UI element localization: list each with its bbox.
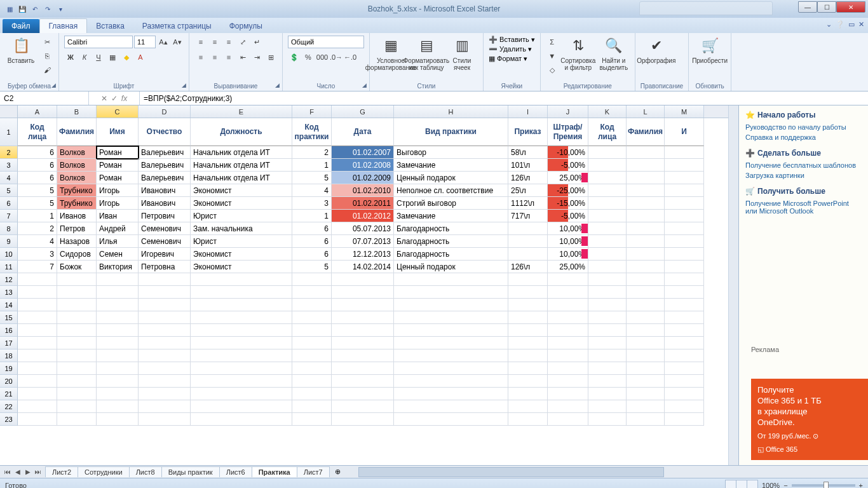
cell[interactable] bbox=[191, 324, 292, 337]
cell[interactable] bbox=[665, 388, 704, 400]
cell[interactable] bbox=[627, 362, 665, 375]
cell[interactable] bbox=[588, 324, 627, 337]
dialog-launcher-icon[interactable]: ◢ bbox=[180, 82, 187, 90]
column-header[interactable]: H bbox=[394, 105, 508, 118]
cell[interactable] bbox=[588, 197, 627, 210]
cell[interactable]: Игорь bbox=[97, 184, 139, 197]
cell[interactable]: Волков bbox=[57, 146, 97, 159]
cell[interactable]: Роман bbox=[97, 172, 139, 184]
cell[interactable] bbox=[588, 146, 627, 159]
dialog-launcher-icon[interactable]: ◢ bbox=[273, 82, 281, 90]
cell[interactable] bbox=[627, 337, 665, 349]
cell[interactable] bbox=[548, 299, 588, 311]
cell[interactable] bbox=[548, 362, 588, 375]
header-cell[interactable]: Должность bbox=[191, 118, 292, 146]
cell[interactable] bbox=[292, 400, 332, 413]
cell[interactable] bbox=[588, 248, 627, 261]
shrink-font-icon[interactable]: A▾ bbox=[171, 36, 184, 48]
align-left-icon[interactable]: ≡ bbox=[194, 51, 207, 64]
cell[interactable]: Строгий выговор bbox=[394, 197, 508, 210]
cell[interactable]: Замечание bbox=[394, 159, 508, 172]
cell[interactable] bbox=[588, 261, 627, 273]
insert-tab[interactable]: Вставка bbox=[87, 19, 133, 33]
cell[interactable] bbox=[191, 337, 292, 349]
header-cell[interactable]: Фамилия bbox=[57, 118, 97, 146]
cell[interactable] bbox=[548, 400, 588, 413]
cell[interactable] bbox=[665, 273, 704, 286]
cell[interactable] bbox=[139, 273, 191, 286]
cell[interactable]: 25,00% bbox=[548, 172, 588, 184]
cell[interactable] bbox=[548, 286, 588, 299]
cell[interactable] bbox=[548, 388, 588, 400]
header-cell[interactable]: Дата bbox=[332, 118, 394, 146]
cell[interactable]: Начальник отдела ИТ bbox=[191, 159, 292, 172]
cell[interactable]: Трубнико bbox=[57, 197, 97, 210]
row-header[interactable]: 11 bbox=[0, 261, 18, 273]
sort-filter-button[interactable]: ⇅Сортировка и фильтр bbox=[562, 36, 594, 71]
cell[interactable] bbox=[665, 184, 704, 197]
italic-button[interactable]: К bbox=[78, 51, 91, 64]
cell[interactable] bbox=[332, 413, 394, 426]
cell[interactable]: 126\л bbox=[508, 172, 548, 184]
cell[interactable] bbox=[97, 286, 139, 299]
cell[interactable] bbox=[191, 311, 292, 324]
column-header[interactable]: L bbox=[627, 105, 665, 118]
currency-icon[interactable]: 💲 bbox=[288, 51, 301, 64]
cell[interactable] bbox=[627, 299, 665, 311]
cell[interactable]: Назаров bbox=[57, 235, 97, 248]
cell[interactable] bbox=[508, 324, 548, 337]
help-icon[interactable]: ❔ bbox=[836, 20, 844, 29]
cell[interactable] bbox=[665, 172, 704, 184]
cell[interactable] bbox=[394, 362, 508, 375]
cell[interactable] bbox=[18, 413, 57, 426]
formula-input[interactable]: =ВПР($A2;Сотрудники;3) bbox=[140, 92, 868, 105]
column-header[interactable]: D bbox=[139, 105, 191, 118]
cell[interactable] bbox=[508, 273, 548, 286]
cell[interactable] bbox=[394, 337, 508, 349]
row-header[interactable]: 5 bbox=[0, 184, 18, 197]
cell[interactable] bbox=[588, 388, 627, 400]
cell[interactable] bbox=[588, 210, 627, 222]
cell[interactable] bbox=[394, 299, 508, 311]
cell[interactable] bbox=[18, 324, 57, 337]
sheet-tab[interactable]: Лист7 bbox=[297, 466, 330, 477]
underline-button[interactable]: Ч bbox=[92, 51, 105, 64]
cell[interactable] bbox=[292, 413, 332, 426]
column-header[interactable]: A bbox=[18, 105, 57, 118]
cell[interactable]: 25,00% bbox=[548, 261, 588, 273]
cell[interactable] bbox=[588, 222, 627, 235]
cell[interactable] bbox=[627, 210, 665, 222]
cell[interactable] bbox=[548, 375, 588, 388]
cell[interactable]: Ценный подарок bbox=[394, 261, 508, 273]
column-header[interactable]: K bbox=[588, 105, 627, 118]
cell[interactable] bbox=[588, 299, 627, 311]
cell[interactable] bbox=[191, 273, 292, 286]
cut-icon[interactable]: ✂ bbox=[41, 36, 53, 48]
cell[interactable] bbox=[394, 273, 508, 286]
align-bottom-icon[interactable]: ≡ bbox=[222, 36, 235, 48]
cell[interactable] bbox=[292, 286, 332, 299]
cell[interactable] bbox=[332, 375, 394, 388]
cell[interactable]: Роман bbox=[97, 159, 139, 172]
align-top-icon[interactable]: ≡ bbox=[194, 36, 207, 48]
cell[interactable] bbox=[57, 324, 97, 337]
cell[interactable] bbox=[627, 311, 665, 324]
cell[interactable] bbox=[508, 337, 548, 349]
view-buttons[interactable] bbox=[726, 480, 758, 489]
cell[interactable] bbox=[508, 362, 548, 375]
cell[interactable] bbox=[627, 400, 665, 413]
cell[interactable] bbox=[665, 222, 704, 235]
font-size-select[interactable] bbox=[134, 36, 156, 48]
cell[interactable] bbox=[627, 324, 665, 337]
cell[interactable]: Божок bbox=[57, 261, 97, 273]
cell[interactable]: Семен bbox=[97, 248, 139, 261]
cell[interactable]: 07.07.2013 bbox=[332, 235, 394, 248]
cell[interactable] bbox=[191, 388, 292, 400]
insert-cells-button[interactable]: ➕ Вставить ▾ bbox=[489, 36, 535, 44]
cell[interactable] bbox=[57, 388, 97, 400]
row-header[interactable]: 13 bbox=[0, 286, 18, 299]
grow-font-icon[interactable]: A▴ bbox=[157, 36, 170, 48]
cell[interactable] bbox=[332, 286, 394, 299]
number-format-select[interactable] bbox=[288, 36, 364, 48]
row-header[interactable]: 8 bbox=[0, 222, 18, 235]
